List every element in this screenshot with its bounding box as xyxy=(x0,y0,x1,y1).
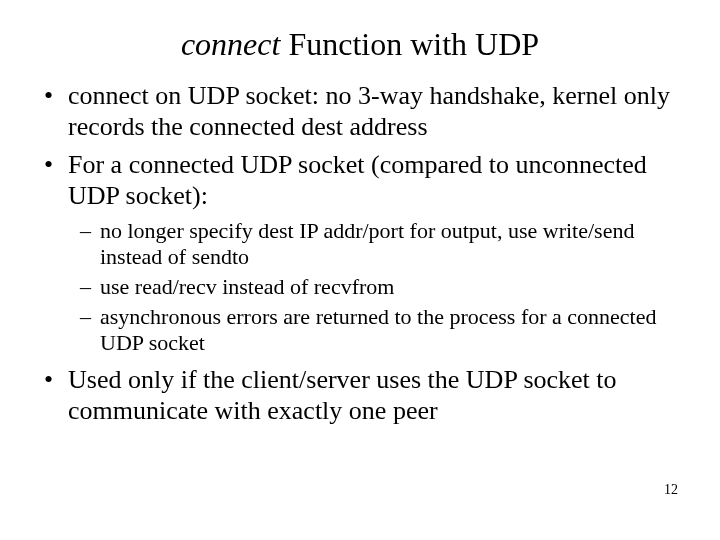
bullet-1: connect on UDP socket: no 3-way handshak… xyxy=(40,81,680,142)
bullet-2-text: For a connected UDP socket (compared to … xyxy=(68,150,647,210)
bullet-1-text: connect on UDP socket: no 3-way handshak… xyxy=(68,81,670,141)
bullet-3: Used only if the client/server uses the … xyxy=(40,365,680,426)
sub-bullet-1-text: no longer specify dest IP addr/port for … xyxy=(100,218,634,269)
sub-bullet-3: asynchronous errors are returned to the … xyxy=(78,304,680,356)
bullet-3-text: Used only if the client/server uses the … xyxy=(68,365,617,425)
sub-bullet-3-text: asynchronous errors are returned to the … xyxy=(100,304,657,355)
sub-bullet-2: use read/recv instead of recvfrom xyxy=(78,274,680,300)
sub-bullet-1: no longer specify dest IP addr/port for … xyxy=(78,218,680,270)
sub-bullet-list: no longer specify dest IP addr/port for … xyxy=(78,218,680,356)
bullet-list: connect on UDP socket: no 3-way handshak… xyxy=(40,81,680,427)
bullet-2: For a connected UDP socket (compared to … xyxy=(40,150,680,355)
slide-title: connect Function with UDP xyxy=(40,26,680,63)
title-italic: connect xyxy=(181,26,281,62)
title-rest: Function with UDP xyxy=(280,26,539,62)
slide: connect Function with UDP connect on UDP… xyxy=(0,0,720,540)
sub-bullet-2-text: use read/recv instead of recvfrom xyxy=(100,274,394,299)
page-number: 12 xyxy=(664,482,678,498)
